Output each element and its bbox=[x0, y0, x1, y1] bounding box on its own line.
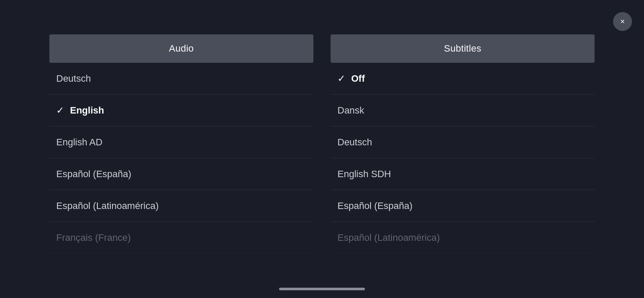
bottom-bar-indicator bbox=[279, 288, 365, 290]
subtitles-panel: Subtitles ✓OffDanskDeutschEnglish SDHEsp… bbox=[331, 34, 595, 281]
close-button[interactable]: × bbox=[613, 12, 632, 31]
subtitles-list-item[interactable]: Español (España) bbox=[331, 190, 595, 222]
audio-list-item[interactable]: Deutsch bbox=[49, 63, 313, 95]
audio-list-item[interactable]: Español (Latinoamérica) bbox=[49, 190, 313, 222]
subtitles-list-item[interactable]: English SDH bbox=[331, 158, 595, 190]
audio-list-item[interactable]: Français (France) bbox=[49, 222, 313, 254]
audio-item-label: Español (Latinoamérica) bbox=[56, 200, 158, 212]
subtitles-item-label: Deutsch bbox=[337, 137, 372, 148]
subtitles-list-item[interactable]: Español (Latinoamérica) bbox=[331, 222, 595, 254]
checkmark-icon: ✓ bbox=[56, 105, 64, 116]
subtitles-list-item[interactable]: Dansk bbox=[331, 95, 595, 126]
subtitles-item-label: Off bbox=[351, 73, 365, 84]
subtitles-item-label: Español (Latinoamérica) bbox=[337, 232, 440, 243]
subtitles-list-item[interactable]: Deutsch bbox=[331, 126, 595, 158]
subtitles-item-label: English SDH bbox=[337, 169, 391, 180]
audio-item-label: Español (España) bbox=[56, 169, 131, 180]
checkmark-icon: ✓ bbox=[337, 73, 345, 84]
audio-item-label: English AD bbox=[56, 137, 103, 148]
subtitles-list-item[interactable]: ✓Off bbox=[331, 63, 595, 95]
audio-panel: Audio Deutsch✓EnglishEnglish ADEspañol (… bbox=[49, 34, 313, 281]
audio-panel-header: Audio bbox=[49, 34, 313, 63]
close-icon: × bbox=[620, 17, 625, 26]
subtitles-panel-header: Subtitles bbox=[331, 34, 595, 63]
audio-list-item[interactable]: ✓English bbox=[49, 95, 313, 126]
main-container: Audio Deutsch✓EnglishEnglish ADEspañol (… bbox=[0, 0, 644, 298]
subtitles-item-label: Español (España) bbox=[337, 200, 413, 212]
audio-item-label: Français (France) bbox=[56, 232, 131, 243]
audio-list-item[interactable]: Español (España) bbox=[49, 158, 313, 190]
audio-panel-list: Deutsch✓EnglishEnglish ADEspañol (España… bbox=[49, 63, 313, 281]
subtitles-panel-list: ✓OffDanskDeutschEnglish SDHEspañol (Espa… bbox=[331, 63, 595, 281]
audio-item-label: English bbox=[70, 105, 104, 116]
subtitles-item-label: Dansk bbox=[337, 105, 364, 116]
audio-list-item[interactable]: English AD bbox=[49, 126, 313, 158]
audio-item-label: Deutsch bbox=[56, 73, 91, 84]
